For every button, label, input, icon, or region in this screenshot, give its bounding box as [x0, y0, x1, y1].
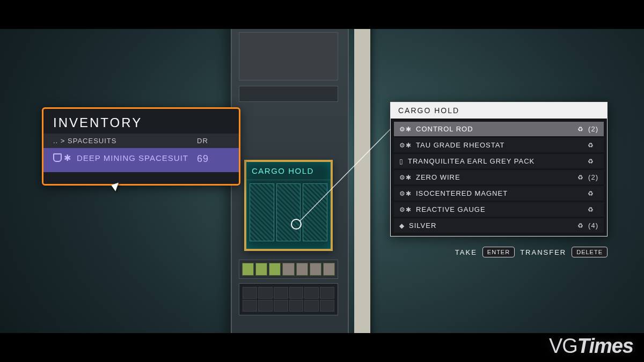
cargo-item-name: TAU GRADE RHEOSTAT: [416, 141, 583, 149]
shield-icon: [53, 153, 62, 162]
rack-panel: [239, 86, 338, 102]
inventory-stat-header: DR: [197, 137, 229, 145]
item-type-icon: ⚙✱: [399, 125, 412, 133]
cargo-hold-title: CARGO HOLD: [391, 102, 607, 119]
take-action-label: TAKE: [455, 248, 477, 256]
cargo-item[interactable]: ⚙✱TAU GRADE RHEOSTAT♻: [394, 138, 604, 152]
item-type-icon: ⚙✱: [399, 174, 412, 181]
watermark: VGTimes: [549, 335, 633, 358]
item-type-icon: ◆: [399, 222, 405, 230]
action-bar: TAKE ENTER TRANSFER DELETE: [455, 247, 608, 257]
recycle-icon: ♻: [588, 142, 594, 149]
cargo-item-qty: (2): [588, 125, 598, 133]
inventory-title: INVENTORY: [53, 115, 229, 130]
cargo-item[interactable]: ⚙✱ZERO WIRE♻ (2): [394, 170, 604, 184]
cargo-item-qty: (2): [588, 173, 598, 181]
cargo-item-name: ISOCENTERED MAGNET: [416, 189, 583, 197]
item-type-icon: ⚙✱: [399, 206, 412, 213]
transfer-action-label: TRANSFER: [520, 248, 566, 256]
cargo-hold-panel: CARGO HOLD ⚙✱CONTROL ROD♻ (2)⚙✱TAU GRADE…: [390, 102, 608, 237]
cargo-item[interactable]: ▯TRANQUILITEA EARL GREY PACK♻: [394, 154, 604, 168]
cargo-item-name: CONTROL ROD: [416, 125, 573, 133]
cargo-item[interactable]: ◆SILVER♻ (4): [394, 218, 604, 233]
recycle-icon: ♻: [577, 125, 584, 133]
inventory-breadcrumb[interactable]: .. > SPACESUITS: [53, 137, 197, 145]
rack-panel-grid: [239, 283, 338, 315]
item-type-icon: ⚙✱: [399, 142, 412, 149]
inventory-panel: INVENTORY .. > SPACESUITS DR DEEP MINING…: [42, 107, 240, 186]
recycle-icon: ♻: [588, 158, 594, 165]
inventory-item-dr: 69: [197, 153, 229, 165]
cargo-item-qty: (4): [588, 221, 598, 230]
inventory-item-name: DEEP MINING SPACESUIT: [77, 153, 188, 163]
recycle-icon: ♻: [577, 222, 584, 230]
transfer-action-key[interactable]: DELETE: [572, 247, 608, 257]
cargo-item[interactable]: ⚙✱ISOCENTERED MAGNET♻: [394, 186, 604, 201]
inventory-item-selected[interactable]: DEEP MINING SPACESUIT 69: [43, 148, 239, 172]
cargo-item[interactable]: ⚙✱REACTIVE GAUGE♻: [394, 202, 604, 217]
cargo-item-name: SILVER: [409, 221, 573, 230]
recycle-icon: ♻: [588, 190, 594, 197]
rack-panel-buttons: [239, 260, 338, 279]
cargo-item-name: TRANQUILITEA EARL GREY PACK: [408, 157, 583, 165]
cargo-item-name: ZERO WIRE: [416, 173, 573, 181]
svg-line-0: [299, 121, 399, 221]
take-action-key[interactable]: ENTER: [482, 247, 515, 257]
rack-panel: [239, 32, 338, 80]
cargo-item[interactable]: ⚙✱CONTROL ROD♻ (2): [394, 122, 604, 136]
item-type-icon: ⚙✱: [399, 190, 412, 197]
recycle-icon: ♻: [588, 206, 594, 213]
inventory-columns: .. > SPACESUITS DR: [43, 134, 239, 148]
letterbox-top: [0, 0, 644, 29]
recycle-icon: ♻: [577, 174, 584, 181]
letterbox-bottom: [0, 333, 644, 362]
cargo-item-name: REACTIVE GAUGE: [416, 205, 583, 213]
pointer-line: [299, 121, 399, 221]
spacesuit-icon: [64, 153, 72, 162]
item-type-icon: ▯: [399, 158, 404, 165]
